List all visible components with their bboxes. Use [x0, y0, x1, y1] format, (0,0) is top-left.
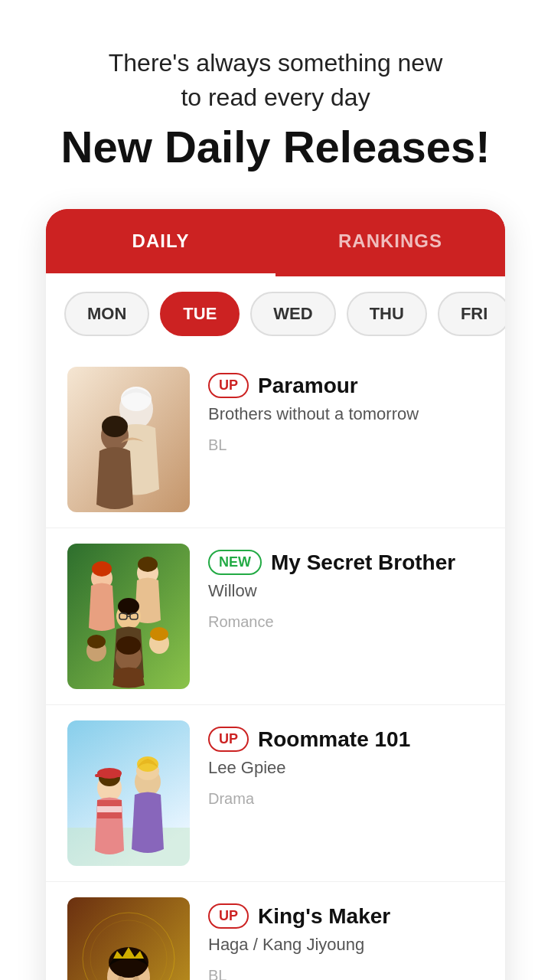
days-bar: MON TUE WED THU FRI — [46, 276, 505, 351]
svg-point-16 — [87, 635, 106, 648]
badge-up-paramour: UP — [208, 373, 249, 398]
comic-item-paramour[interactable]: UP Paramour Brothers without a tomorrow … — [46, 351, 505, 528]
tabs-bar: DAILY RANKINGS — [46, 209, 505, 276]
svg-point-9 — [138, 557, 158, 572]
comic-title-roommate-101: Roommate 101 — [258, 727, 410, 752]
svg-point-4 — [102, 416, 128, 437]
comic-author-roommate-101: Lee Gpiee — [208, 758, 484, 778]
comics-list: UP Paramour Brothers without a tomorrow … — [46, 351, 505, 980]
badge-up-kings-maker: UP — [208, 903, 249, 929]
comic-title-my-secret-brother: My Secret Brother — [271, 550, 455, 575]
comic-genre-kings-maker: BL — [208, 967, 484, 980]
comic-author-my-secret-brother: Willow — [208, 581, 484, 601]
svg-point-20 — [116, 636, 141, 655]
badge-new-my-secret-brother: NEW — [208, 550, 262, 575]
svg-point-7 — [92, 561, 112, 577]
title-row-kings-maker: UP King's Maker — [208, 903, 484, 929]
title-row-my-secret-brother: NEW My Secret Brother — [208, 550, 484, 575]
comic-genre-paramour: BL — [208, 436, 484, 454]
svg-rect-22 — [67, 828, 190, 866]
comic-info-my-secret-brother: NEW My Secret Brother Willow Romance — [208, 544, 484, 631]
tab-rankings[interactable]: RANKINGS — [276, 209, 505, 276]
comic-cover-kings-maker — [67, 897, 190, 980]
svg-rect-26 — [97, 812, 122, 818]
svg-point-11 — [118, 598, 139, 615]
svg-rect-24 — [97, 800, 122, 806]
comic-info-roommate-101: UP Roommate 101 Lee Gpiee Drama — [208, 720, 484, 808]
comic-genre-roommate-101: Drama — [208, 790, 484, 808]
comic-item-roommate-101[interactable]: UP Roommate 101 Lee Gpiee Drama — [46, 705, 505, 882]
comic-title-kings-maker: King's Maker — [258, 904, 390, 929]
comic-author-kings-maker: Haga / Kang Jiyoung — [208, 935, 484, 955]
svg-point-18 — [150, 627, 168, 641]
comic-cover-my-secret-brother — [67, 544, 190, 689]
badge-up-roommate-101: UP — [208, 727, 249, 752]
day-thu[interactable]: THU — [347, 292, 427, 336]
comic-info-kings-maker: UP King's Maker Haga / Kang Jiyoung BL — [208, 897, 484, 980]
title-row-roommate-101: UP Roommate 101 — [208, 727, 484, 752]
comic-item-kings-maker[interactable]: UP King's Maker Haga / Kang Jiyoung BL — [46, 882, 505, 980]
comic-info-paramour: UP Paramour Brothers without a tomorrow … — [208, 367, 484, 454]
tab-daily[interactable]: DAILY — [46, 209, 276, 276]
svg-rect-30 — [95, 774, 103, 777]
day-fri[interactable]: FRI — [438, 292, 505, 336]
day-mon[interactable]: MON — [64, 292, 149, 336]
day-wed[interactable]: WED — [250, 292, 335, 336]
comic-cover-paramour — [67, 367, 190, 512]
card-container: DAILY RANKINGS MON TUE WED THU FRI — [46, 209, 505, 980]
comic-title-paramour: Paramour — [258, 374, 358, 398]
comic-genre-my-secret-brother: Romance — [208, 613, 484, 631]
header-subtitle: There's always something new to read eve… — [31, 46, 520, 115]
header-section: There's always something new to read eve… — [0, 0, 551, 194]
comic-author-paramour: Brothers without a tomorrow — [208, 404, 484, 424]
day-tue[interactable]: TUE — [160, 292, 240, 336]
svg-rect-25 — [97, 806, 122, 812]
title-row-paramour: UP Paramour — [208, 373, 484, 398]
comic-cover-roommate-101 — [67, 720, 190, 866]
comic-item-my-secret-brother[interactable]: NEW My Secret Brother Willow Romance — [46, 528, 505, 705]
header-title: New Daily Releases! — [31, 122, 520, 172]
